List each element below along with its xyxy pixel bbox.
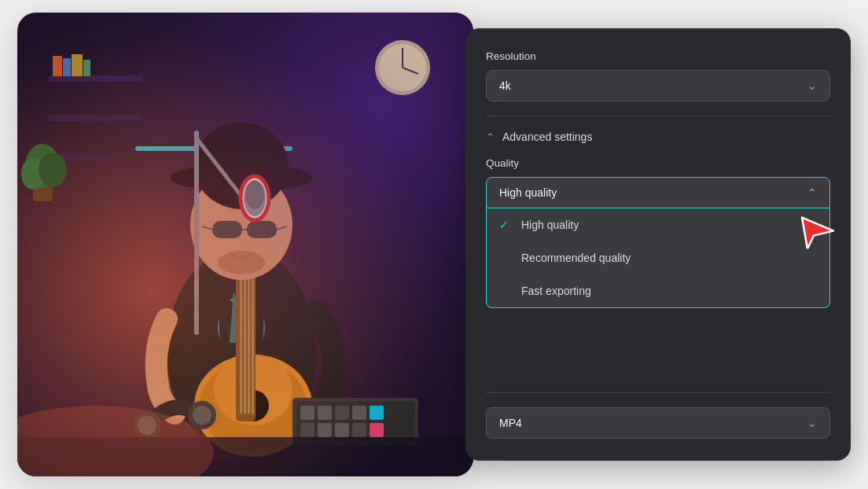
resolution-value: 4k (499, 79, 511, 92)
option-recommended-quality[interactable]: Recommended quality (487, 241, 829, 274)
cursor-arrow (798, 214, 837, 252)
resolution-section: Resolution 4k ⌄ (486, 50, 830, 101)
quality-options-list: ✓ High quality Recommended quality (486, 208, 830, 308)
chevron-up-icon: ⌃ (807, 186, 817, 199)
format-section: MP4 ⌄ (486, 378, 830, 439)
spacer (486, 308, 830, 364)
svg-marker-65 (802, 218, 833, 249)
quality-dropdown[interactable]: High quality ⌃ (486, 177, 830, 208)
option-high-quality-label: High quality (521, 219, 579, 231)
quality-label: Quality (486, 157, 830, 169)
option-recommended-quality-label: Recommended quality (521, 252, 631, 264)
settings-panel: Resolution 4k ⌄ ⌃ Advanced settings Qual… (465, 28, 851, 461)
caret-up-icon: ⌃ (486, 131, 495, 143)
option-high-quality[interactable]: ✓ High quality (487, 208, 829, 241)
divider-2 (486, 392, 830, 393)
quality-section: Quality High quality ⌃ ✓ High quality (486, 157, 830, 308)
option-fast-exporting-label: Fast exporting (521, 285, 591, 297)
resolution-label: Resolution (486, 50, 830, 62)
advanced-settings-label: Advanced settings (502, 131, 592, 143)
quality-selected-value: High quality (499, 186, 557, 199)
check-icon: ✓ (499, 219, 513, 231)
photo-card (17, 13, 473, 476)
photo-background (17, 13, 473, 476)
photo-overlay (17, 13, 473, 476)
format-dropdown[interactable]: MP4 ⌄ (486, 407, 830, 439)
format-value: MP4 (499, 417, 522, 429)
scene: Resolution 4k ⌄ ⌃ Advanced settings Qual… (17, 13, 851, 476)
divider (486, 116, 830, 116)
chevron-down-icon: ⌄ (807, 79, 817, 92)
resolution-dropdown[interactable]: 4k ⌄ (486, 70, 830, 101)
option-fast-exporting[interactable]: Fast exporting (487, 274, 829, 307)
format-chevron-down-icon: ⌄ (807, 417, 817, 429)
advanced-settings-row[interactable]: ⌃ Advanced settings (486, 131, 830, 143)
